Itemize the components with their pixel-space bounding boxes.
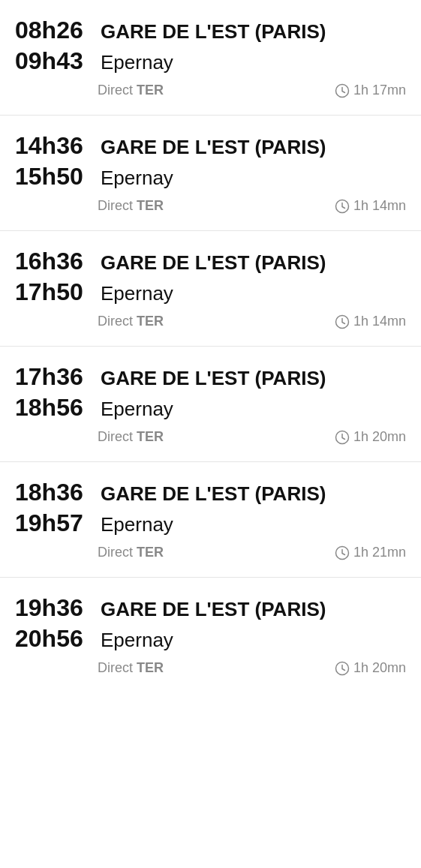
train-footer: Direct TER 1h 20mn bbox=[15, 429, 406, 445]
train-subrow: 20h56 Epernay bbox=[15, 625, 406, 653]
ter-label: TER bbox=[137, 429, 164, 444]
arrive-time: 20h56 bbox=[15, 625, 98, 653]
ter-label: TER bbox=[137, 83, 164, 98]
depart-time: 17h36 bbox=[15, 363, 98, 391]
destination-name: Epernay bbox=[101, 398, 173, 421]
train-header: 16h36 GARE DE L'EST (PARIS) bbox=[15, 248, 406, 275]
arrive-time: 17h50 bbox=[15, 278, 98, 306]
train-footer: Direct TER 1h 21mn bbox=[15, 545, 406, 560]
train-item[interactable]: 14h36 GARE DE L'EST (PARIS) 15h50 Eperna… bbox=[0, 116, 421, 231]
duration: 1h 20mn bbox=[335, 429, 406, 445]
station-name: GARE DE L'EST (PARIS) bbox=[101, 136, 326, 159]
train-subrow: 19h57 Epernay bbox=[15, 509, 406, 537]
duration: 1h 14mn bbox=[335, 314, 406, 329]
train-type: Direct TER bbox=[98, 429, 164, 445]
depart-time: 14h36 bbox=[15, 132, 98, 160]
clock-icon bbox=[335, 430, 350, 445]
station-name: GARE DE L'EST (PARIS) bbox=[101, 598, 326, 621]
train-item[interactable]: 16h36 GARE DE L'EST (PARIS) 17h50 Eperna… bbox=[0, 231, 421, 347]
train-footer: Direct TER 1h 14mn bbox=[15, 198, 406, 214]
train-type: Direct TER bbox=[98, 83, 164, 98]
ter-label: TER bbox=[137, 545, 164, 560]
train-item[interactable]: 18h36 GARE DE L'EST (PARIS) 19h57 Eperna… bbox=[0, 462, 421, 578]
train-item[interactable]: 17h36 GARE DE L'EST (PARIS) 18h56 Eperna… bbox=[0, 347, 421, 462]
depart-time: 16h36 bbox=[15, 248, 98, 275]
train-header: 19h36 GARE DE L'EST (PARIS) bbox=[15, 594, 406, 622]
destination-name: Epernay bbox=[101, 513, 173, 536]
train-type: Direct TER bbox=[98, 314, 164, 329]
depart-time: 18h36 bbox=[15, 479, 98, 506]
train-type: Direct TER bbox=[98, 660, 164, 676]
duration: 1h 17mn bbox=[335, 83, 406, 98]
train-footer: Direct TER 1h 14mn bbox=[15, 314, 406, 329]
station-name: GARE DE L'EST (PARIS) bbox=[101, 251, 326, 275]
destination-name: Epernay bbox=[101, 629, 173, 652]
station-name: GARE DE L'EST (PARIS) bbox=[101, 482, 326, 506]
destination-name: Epernay bbox=[101, 51, 173, 74]
train-header: 14h36 GARE DE L'EST (PARIS) bbox=[15, 132, 406, 160]
clock-icon bbox=[335, 83, 350, 98]
train-header: 18h36 GARE DE L'EST (PARIS) bbox=[15, 479, 406, 506]
train-footer: Direct TER 1h 17mn bbox=[15, 83, 406, 98]
station-name: GARE DE L'EST (PARIS) bbox=[101, 367, 326, 390]
train-type: Direct TER bbox=[98, 545, 164, 560]
train-subrow: 15h50 Epernay bbox=[15, 163, 406, 191]
arrive-time: 18h56 bbox=[15, 394, 98, 422]
clock-icon bbox=[335, 199, 350, 214]
clock-icon bbox=[335, 545, 350, 560]
train-header: 08h26 GARE DE L'EST (PARIS) bbox=[15, 17, 406, 44]
train-subrow: 17h50 Epernay bbox=[15, 278, 406, 306]
train-list: 08h26 GARE DE L'EST (PARIS) 09h43 Eperna… bbox=[0, 0, 421, 692]
train-item[interactable]: 19h36 GARE DE L'EST (PARIS) 20h56 Eperna… bbox=[0, 578, 421, 692]
depart-time: 08h26 bbox=[15, 17, 98, 44]
train-subrow: 09h43 Epernay bbox=[15, 47, 406, 75]
destination-name: Epernay bbox=[101, 167, 173, 190]
train-footer: Direct TER 1h 20mn bbox=[15, 660, 406, 676]
duration: 1h 21mn bbox=[335, 545, 406, 560]
train-item[interactable]: 08h26 GARE DE L'EST (PARIS) 09h43 Eperna… bbox=[0, 0, 421, 116]
arrive-time: 19h57 bbox=[15, 509, 98, 537]
ter-label: TER bbox=[137, 660, 164, 675]
ter-label: TER bbox=[137, 198, 164, 213]
destination-name: Epernay bbox=[101, 282, 173, 305]
depart-time: 19h36 bbox=[15, 594, 98, 622]
duration: 1h 14mn bbox=[335, 198, 406, 214]
duration: 1h 20mn bbox=[335, 660, 406, 676]
clock-icon bbox=[335, 314, 350, 329]
train-header: 17h36 GARE DE L'EST (PARIS) bbox=[15, 363, 406, 391]
train-type: Direct TER bbox=[98, 198, 164, 214]
station-name: GARE DE L'EST (PARIS) bbox=[101, 20, 326, 44]
ter-label: TER bbox=[137, 314, 164, 329]
train-subrow: 18h56 Epernay bbox=[15, 394, 406, 422]
clock-icon bbox=[335, 661, 350, 676]
arrive-time: 09h43 bbox=[15, 47, 98, 75]
arrive-time: 15h50 bbox=[15, 163, 98, 191]
